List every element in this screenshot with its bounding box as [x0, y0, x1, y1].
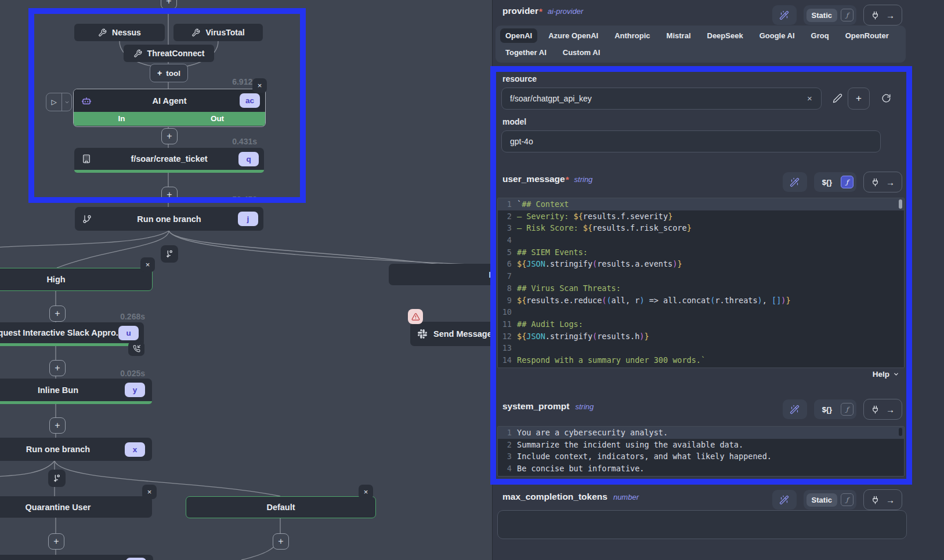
chevron-down-icon[interactable]	[62, 93, 71, 111]
close-icon[interactable]: ×	[142, 485, 157, 499]
close-icon[interactable]: ×	[359, 485, 373, 499]
node-send-message[interactable]: Send Message	[410, 322, 492, 346]
node-ref-badge[interactable]: y	[125, 383, 145, 397]
fx-toggle-icon[interactable]: ƒ	[841, 493, 853, 506]
provider-tab-mistral[interactable]: Mistral	[661, 28, 696, 43]
node-inline-bun[interactable]: Inline Bun y	[0, 379, 152, 404]
code-line[interactable]: 11## Audit Logs:	[498, 318, 904, 330]
provider-tab-openrouter[interactable]: OpenRouter	[840, 28, 894, 43]
node-branch-high[interactable]: High	[0, 268, 153, 291]
help-label[interactable]: Help	[873, 370, 889, 379]
node-slack-approval[interactable]: Request Interactive Slack Appro... u	[0, 322, 144, 346]
connect-output-button[interactable]: →	[863, 489, 902, 510]
run-node-button[interactable]: ▷	[46, 93, 72, 111]
editor-scrollbar[interactable]	[899, 428, 902, 436]
code-line[interactable]: 9${results.e.reduce((all, r) => all.conc…	[498, 294, 904, 307]
ai-assist-button[interactable]	[783, 172, 807, 192]
code-line[interactable]: 6${JSON.stringify(results.a.events)}	[498, 258, 904, 270]
ai-assist-button[interactable]	[772, 490, 797, 510]
connect-output-button[interactable]: →	[863, 172, 902, 192]
tool-node-threatconnect[interactable]: ThreatConnect	[124, 45, 214, 62]
add-step-connector[interactable]: +	[273, 533, 289, 550]
play-icon[interactable]: ▷	[46, 93, 62, 111]
node-run-one-branch-2[interactable]: Run one branch x	[0, 438, 152, 461]
node-ai-agent[interactable]: AI Agent ac In Out	[73, 89, 266, 127]
node-branch-default[interactable]: Default	[186, 496, 376, 518]
add-branch-button[interactable]	[48, 470, 66, 487]
provider-tab-deepseek[interactable]: DeepSeek	[702, 28, 748, 43]
add-step-connector[interactable]: +	[49, 306, 66, 322]
add-step-connector[interactable]: +	[49, 360, 66, 376]
node-in-out-bar[interactable]: In Out	[74, 112, 265, 126]
fx-toggle-icon[interactable]: ƒ	[841, 9, 853, 21]
add-resource-button[interactable]: +	[848, 88, 870, 110]
mode-label[interactable]: Static	[806, 493, 837, 507]
add-branch-button[interactable]	[161, 245, 178, 263]
node-ref-badge[interactable]: j	[238, 212, 258, 226]
ai-assist-button[interactable]	[772, 5, 797, 25]
code-line[interactable]: 13	[498, 342, 904, 354]
node-ref-badge[interactable]: u	[118, 326, 139, 340]
value-mode-toggle[interactable]: Static ƒ	[804, 490, 856, 510]
provider-tab-azure-openai[interactable]: Azure OpenAI	[543, 28, 603, 43]
code-line[interactable]: 4	[498, 234, 904, 246]
provider-tab-custom-ai[interactable]: Custom AI	[558, 45, 606, 60]
provider-tab-groq[interactable]: Groq	[806, 28, 834, 43]
workflow-canvas[interactable]: 6.912s 0.431s 53.453 0.268s 0.025s + Nes…	[0, 0, 492, 560]
out-handle[interactable]: Out	[169, 112, 265, 126]
mode-label[interactable]: Static	[806, 9, 837, 22]
code-line[interactable]: 2Summarize the incident using the availa…	[498, 439, 904, 451]
node-ref-badge[interactable]	[126, 558, 146, 560]
close-icon[interactable]: ×	[252, 78, 267, 93]
phone-incoming-icon[interactable]	[128, 341, 144, 356]
value-mode-toggle[interactable]: Static ƒ	[804, 5, 856, 25]
code-line[interactable]: 3– Risk Score: ${results.f.risk_score}	[498, 222, 904, 234]
model-input[interactable]	[501, 130, 881, 152]
code-line[interactable]: 12${JSON.stringify(results.h)}	[498, 330, 904, 343]
max-tokens-input[interactable]	[497, 510, 907, 539]
code-line[interactable]: 10	[498, 306, 904, 318]
code-line[interactable]: 14Respond with a summary under 300 words…	[498, 354, 904, 366]
add-tool-chip[interactable]: + tool	[150, 64, 188, 82]
node-branch-medium[interactable]: Medium	[389, 264, 492, 285]
edit-resource-button[interactable]	[829, 93, 846, 104]
refresh-resources-button[interactable]	[878, 93, 895, 104]
value-mode-toggle[interactable]: ${} ƒ	[814, 399, 856, 419]
add-step-connector[interactable]: +	[161, 128, 178, 144]
provider-tab-anthropic[interactable]: Anthropic	[609, 28, 655, 43]
fx-toggle-icon[interactable]: ƒ	[841, 176, 853, 188]
user-message-editor[interactable]: 1`## Context2– Severity: ${results.f.sev…	[497, 198, 905, 368]
provider-tab-openai[interactable]: OpenAI	[500, 28, 537, 43]
node-run-one-branch-1[interactable]: Run one branch j	[75, 207, 263, 231]
code-line[interactable]: 5## SIEM Events:	[498, 246, 904, 259]
node-create-ticket[interactable]: f/soar/create_ticket q	[74, 148, 264, 173]
provider-tab-google-ai[interactable]: Google AI	[754, 28, 800, 43]
system-prompt-editor[interactable]: 1You are a cybersecurity analyst.2Summar…	[497, 426, 905, 477]
node-ref-badge[interactable]: ac	[240, 93, 260, 108]
node-partial-bottom[interactable]	[0, 555, 153, 560]
help-dropdown[interactable]: Help	[873, 370, 899, 379]
code-line[interactable]: 8## Virus Scan Threats:	[498, 282, 904, 294]
code-line[interactable]: 4Be concise but informative.	[498, 463, 904, 475]
add-step-connector[interactable]: +	[49, 417, 66, 434]
warning-triangle-icon[interactable]	[408, 309, 423, 324]
add-step-connector[interactable]: +	[48, 533, 64, 550]
clear-resource-icon[interactable]: ×	[807, 93, 812, 103]
connect-output-button[interactable]: →	[863, 5, 902, 26]
mode-label[interactable]: ${}	[817, 403, 837, 416]
provider-tab-together-ai[interactable]: Together AI	[500, 45, 552, 60]
code-line[interactable]: 1`## Context	[498, 198, 904, 210]
editor-scrollbar[interactable]	[899, 199, 902, 209]
node-quarantine-user[interactable]: Quarantine User	[0, 496, 152, 518]
mode-label[interactable]: ${}	[817, 176, 837, 189]
in-handle[interactable]: In	[74, 112, 169, 126]
tool-node-virustotal[interactable]: VirusTotal	[173, 24, 263, 41]
fx-toggle-icon[interactable]: ƒ	[841, 403, 853, 416]
node-ref-badge[interactable]: q	[238, 152, 259, 166]
value-mode-toggle[interactable]: ${} ƒ	[814, 172, 856, 192]
code-line[interactable]: 3Include context, indicators, and what l…	[498, 450, 904, 463]
add-step-connector[interactable]: +	[161, 0, 177, 9]
code-line[interactable]: 2– Severity: ${results.f.severity}	[498, 210, 904, 223]
tool-node-nessus[interactable]: Nessus	[74, 24, 165, 41]
code-line[interactable]: 7	[498, 270, 904, 282]
